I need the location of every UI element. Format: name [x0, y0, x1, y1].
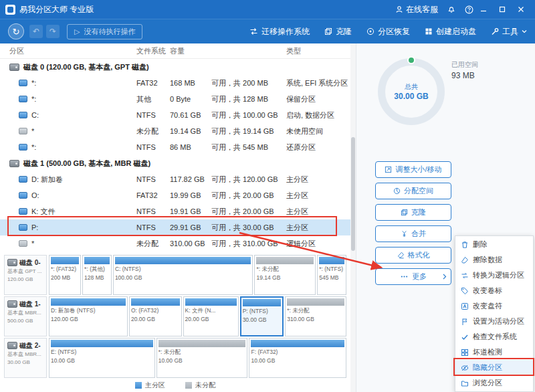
used-legend: 已用空间 93 MB [451, 60, 478, 82]
tools-menu-button[interactable]: 工具 [491, 26, 527, 37]
refresh-button[interactable]: ↻ [8, 23, 24, 39]
disk-name: 磁盘 1 (500.00 GB, 基本盘, MBR 磁盘) [23, 159, 150, 169]
partition-name: K: 文件 [31, 207, 55, 217]
map-segment[interactable]: *: 未分配310.00 GB [285, 296, 346, 336]
partition-name: * [31, 127, 34, 135]
undo-button[interactable]: ↶ [29, 25, 43, 38]
cell-total: 可用，共 310.00 GB [211, 239, 286, 249]
help-button[interactable] [465, 5, 473, 14]
resize-icon [385, 166, 392, 173]
map-segment[interactable]: F: (FAT32)10.00 GB [249, 338, 346, 378]
clone-button[interactable]: 克隆 [324, 26, 352, 37]
cell-type: 主分区 [286, 191, 350, 201]
disk-map-meta: 基本盘 GPT ... [7, 268, 43, 276]
table-row[interactable]: *: NTFS 86 MB 可用，共 545 MB 还原分区 [0, 139, 350, 155]
format-icon [397, 252, 405, 259]
clone-label: 克隆 [336, 26, 352, 37]
boot-disk-icon [425, 27, 433, 35]
redo-button[interactable]: ↷ [46, 25, 60, 38]
partition-name: O: [31, 191, 39, 199]
more-button[interactable]: 更多 [375, 268, 451, 285]
disk-map-info: 磁盘 1- 基本盘 MBR... 500.00 GB [4, 296, 47, 336]
map-segment[interactable]: *: (NTFS)545 MB [317, 255, 346, 295]
table-row[interactable]: O: FAT32 19.99 GB 可用，共 20.00 GB 主分区 [0, 187, 350, 203]
allocate-space-button[interactable]: 分配空间 [375, 183, 451, 199]
vertical-scrollbar[interactable] [350, 43, 356, 392]
cell-free: 70.61 GB [170, 111, 211, 119]
map-segment[interactable]: *: (FAT32)200 MB [49, 255, 81, 295]
maximize-button[interactable] [494, 0, 511, 19]
menu-item-hide-partition[interactable]: 隐藏分区 [455, 360, 533, 375]
toolbar: ↻ ↶ ↷ ▷ 没有待执行操作 迁移操作系统 克隆 分区恢复 创建启动盘 [0, 19, 535, 43]
map-segment[interactable]: K: 文件 (N...20.00 GB [183, 296, 239, 336]
menu-item-change-label[interactable]: 改变卷标 [455, 283, 533, 298]
map-segment-selected-p[interactable]: P: (NTFS)30.00 GB [240, 296, 284, 336]
map-segment[interactable]: *: 未分配19.14 GB [254, 255, 316, 295]
window-title: 易我分区大师 专业版 [19, 4, 94, 15]
header-capacity: 容量 [170, 46, 211, 56]
scrollbar-thumb[interactable] [351, 137, 355, 251]
resize-move-button[interactable]: 调整大小/移动 [375, 161, 451, 178]
partition-recovery-button[interactable]: 分区恢复 [366, 26, 410, 37]
bell-icon [447, 5, 455, 13]
delete-icon [461, 241, 469, 249]
table-row[interactable]: * 未分配 19.14 GB 可用，共 19.14 GB 未使用空间 [0, 123, 350, 139]
menu-item-check-filesystem[interactable]: 检查文件系统 [455, 329, 533, 345]
segment-strip [243, 299, 282, 306]
table-row[interactable]: *: 其他 0 Byte 可用，共 128 MB 保留分区 [0, 91, 350, 107]
app-logo-icon [5, 5, 15, 15]
menu-item-convert-logical[interactable]: 转换为逻辑分区 [455, 268, 533, 283]
segment-strip [256, 257, 314, 264]
cell-total: 可用，共 545 MB [211, 142, 286, 153]
cell-fs: FAT32 [136, 191, 170, 199]
notifications-button[interactable] [447, 5, 455, 13]
menu-item-delete[interactable]: 删除 [455, 237, 533, 252]
cell-type: 未使用空间 [286, 126, 350, 136]
disk-map-meta: 基本盘 MBR... [7, 309, 43, 317]
table-row[interactable]: C: NTFS 70.61 GB 可用，共 100.00 GB 启动, 数据分区 [0, 107, 350, 123]
migrate-os-button[interactable]: 迁移操作系统 [249, 26, 310, 37]
partition-name: * [31, 239, 34, 248]
map-segment[interactable]: *: 未分配10.00 GB [156, 338, 248, 378]
table-row-disk0[interactable]: 磁盘 0 (120.00 GB, 基本盘, GPT 磁盘) [0, 59, 350, 75]
menu-item-explore-partition[interactable]: 浏览分区 [455, 375, 533, 391]
format-button[interactable]: 格式化 [375, 247, 451, 264]
create-boot-disk-button[interactable]: 创建启动盘 [425, 26, 476, 37]
usage-donut: 总共 30.00 GB [378, 58, 445, 125]
cell-fs: 其他 [136, 94, 170, 104]
disk-map-2: 磁盘 2- 基本盘 MBR... 30.00 GB E: (NTFS)10.00… [4, 338, 346, 378]
allocate-space-label: 分配空间 [404, 186, 433, 196]
table-row-selected-p[interactable]: P: NTFS 29.91 GB 可用，共 30.00 GB 主分区 [0, 219, 350, 235]
map-segment[interactable]: D: 新加卷 (NTFS)120.00 GB [49, 296, 128, 336]
minimize-button[interactable] [475, 0, 492, 19]
partition-icon [19, 192, 27, 199]
table-row[interactable]: D: 新加卷 NTFS 117.82 GB 可用，共 120.00 GB 主分区 [0, 171, 350, 187]
tag-icon [461, 287, 469, 295]
more-context-menu: 删除 擦除数据 转换为逻辑分区 改变卷标 改变盘符 设置为活动分区 检查文件系统 [455, 235, 534, 392]
partition-icon [19, 112, 27, 118]
sector-grid-icon [461, 349, 469, 357]
map-segment[interactable]: O: (FAT32)20.00 GB [129, 296, 182, 336]
menu-item-wipe-data[interactable]: 擦除数据 [455, 252, 533, 268]
cell-free: 0 Byte [170, 95, 211, 103]
map-segment[interactable]: C: (NTFS)100.00 GB [113, 255, 253, 295]
map-segment[interactable]: E: (NTFS)10.00 GB [49, 338, 155, 378]
menu-item-change-letter[interactable]: 改变盘符 [455, 298, 533, 314]
cell-free: 117.82 GB [170, 175, 211, 183]
pending-operations-button[interactable]: ▷ 没有待执行操作 [67, 24, 142, 39]
table-row[interactable]: *: FAT32 168 MB 可用，共 200 MB 系统, EFI 系统分区 [0, 75, 350, 91]
close-button[interactable] [512, 0, 530, 19]
merge-button[interactable]: 合并 [375, 225, 451, 242]
clone-partition-button[interactable]: 克隆 [375, 204, 451, 221]
help-icon [465, 5, 473, 14]
table-row[interactable]: * 未分配 310.00 GB 可用，共 310.00 GB 逻辑分区 [0, 235, 350, 252]
segment-strip [51, 298, 126, 306]
disk-map-meta: 基本盘 MBR... [7, 351, 43, 359]
map-segment[interactable]: *: (其他)128 MB [82, 255, 112, 295]
table-row-disk1[interactable]: 磁盘 1 (500.00 GB, 基本盘, MBR 磁盘) [0, 155, 350, 171]
segment-strip [51, 257, 79, 264]
menu-item-bad-sector-test[interactable]: 坏道检测 [455, 345, 533, 360]
table-row[interactable]: K: 文件 NTFS 19.91 GB 可用，共 20.00 GB 主分区 [0, 203, 350, 219]
online-service-button[interactable]: 在线客服 [395, 4, 438, 15]
menu-item-set-active[interactable]: 设置为活动分区 [455, 314, 533, 329]
